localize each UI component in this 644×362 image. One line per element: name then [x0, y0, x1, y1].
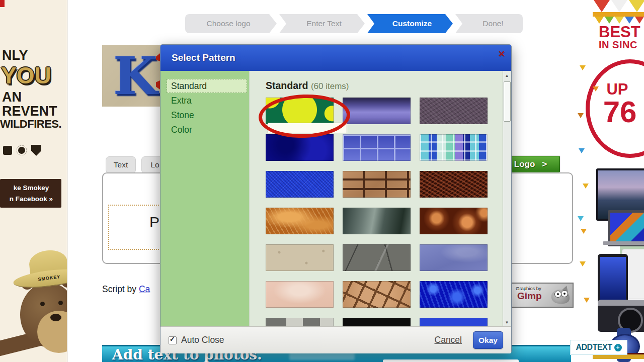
pattern-purple-sheen[interactable] [343, 98, 411, 124]
confetti [580, 261, 586, 266]
pattern-cell [420, 281, 488, 308]
product-laptop-base [603, 241, 644, 245]
ad-corner-decoration [0, 0, 5, 7]
pattern-cracked-mud[interactable] [343, 281, 411, 308]
okay-button[interactable]: Okay [473, 331, 503, 349]
tab-text[interactable]: Text [106, 156, 136, 173]
confetti [581, 229, 587, 234]
category-standard[interactable]: Standard [167, 79, 247, 93]
facebook-cta[interactable]: ke Smokey n Facebook » [0, 179, 61, 208]
dialog-title-bar: Select Pattern [160, 45, 511, 71]
pattern-cell [266, 208, 334, 234]
scrollbar-thumb[interactable] [504, 81, 511, 122]
scroll-up-icon[interactable]: ▲ [503, 71, 511, 79]
pattern-periwinkle-stone[interactable] [420, 244, 488, 271]
wizard-step-label: Customize [392, 19, 432, 28]
wizard-step-choose-logo[interactable]: Choose logo [185, 14, 277, 33]
wildfire-ad-line: REVENT [2, 104, 67, 118]
category-color[interactable]: Color [167, 123, 247, 137]
bunting-flag [594, 0, 610, 12]
gimp-mascot-eye [554, 291, 561, 298]
pattern-mauve-marble[interactable] [420, 98, 488, 124]
category-extra[interactable]: Extra [167, 94, 247, 108]
pattern-partial-blue[interactable] [420, 318, 488, 326]
page: NLYYOUANREVENTWILDFIRES. ke Smokey n Fac… [0, 0, 644, 362]
pattern-royal-blue-noise[interactable] [266, 171, 334, 198]
left-ad-banner[interactable]: NLYYOUANREVENTWILDFIRES. ke Smokey n Fac… [0, 0, 67, 362]
pattern-cell [266, 244, 334, 271]
addtext-logo[interactable]: ADDTEXT + [570, 340, 627, 355]
product-camera [598, 300, 644, 332]
content-category-count: (60 items) [311, 81, 349, 91]
bunting-flag [625, 17, 634, 24]
banner-blurred-text [289, 352, 355, 360]
chevron-right-icon: > [542, 159, 547, 169]
smokey-eye [40, 302, 45, 306]
plus-circle-icon: + [614, 344, 622, 351]
content-category-name: Standard [266, 80, 308, 91]
wizard-steps: Choose logoEnter TextCustomizeDone! [185, 14, 523, 33]
pattern-cell [343, 244, 411, 271]
pattern-orange-marble[interactable] [266, 208, 334, 234]
scrollbar[interactable]: ▲ ▼ [503, 71, 511, 326]
pattern-cell [266, 318, 334, 326]
wizard-step-done[interactable]: Done! [455, 14, 523, 33]
right-ad-headline-line1: BEST [599, 24, 640, 40]
pattern-cell [343, 208, 411, 234]
pattern-cell [266, 134, 334, 161]
ad-sponsor-logos [3, 145, 41, 156]
confetti [580, 65, 586, 70]
discount-badge-line2: 76 [590, 99, 644, 126]
pattern-partial-black[interactable] [343, 318, 411, 326]
wizard-step-label: Enter Text [306, 19, 342, 28]
pattern-pastel-mosaic[interactable] [420, 134, 488, 161]
close-icon[interactable]: ✕ [498, 49, 505, 59]
cancel-link[interactable]: Cancel [435, 335, 462, 345]
wizard-step-customize[interactable]: Customize [367, 14, 453, 33]
pattern-blue-water[interactable] [420, 281, 488, 308]
script-credit-link[interactable]: Ca [139, 284, 150, 294]
pattern-cell [420, 171, 488, 198]
pattern-beige-stone[interactable] [266, 244, 334, 271]
pattern-copper-swirls[interactable] [420, 208, 488, 234]
forest-service-shield-icon [31, 145, 41, 156]
scroll-down-icon[interactable]: ▼ [503, 318, 511, 326]
pattern-partial-grey[interactable] [266, 318, 334, 326]
pattern-cell [420, 208, 488, 234]
wildfire-ad-line: YOU [1, 63, 67, 87]
pattern-cell [266, 171, 334, 198]
sponsor-square-icon [3, 146, 12, 155]
gimp-badge[interactable]: Graphics by Gimp [511, 283, 574, 308]
bunting-flag [615, 17, 624, 24]
product-phone [598, 254, 628, 306]
right-ad-banner[interactable]: BEST IN SINC UP 76 [574, 0, 644, 362]
banner-button-partial [383, 359, 519, 362]
pattern-green-yellow-blob[interactable] [266, 98, 334, 124]
pattern-cell [343, 134, 411, 161]
bunting-flag [629, 0, 644, 12]
smokey-eye [58, 301, 63, 305]
pattern-cell [420, 244, 488, 271]
script-credit-text: Script by [102, 284, 136, 294]
bunting-flag [611, 0, 627, 12]
pattern-blue-grid-tiles[interactable] [343, 134, 411, 161]
next-logo-button-label: Logo [514, 159, 535, 169]
facebook-cta-line2: n Facebook » [2, 194, 60, 205]
auto-close-checkbox[interactable] [169, 336, 177, 344]
dialog-body: StandardExtraStoneColor Standard (60 ite… [160, 71, 511, 326]
pattern-cell [266, 281, 334, 308]
wildfire-ad-line: WILDFIRES. [0, 118, 67, 130]
pattern-navy-clouds[interactable] [266, 134, 334, 161]
wizard-step-enter-text[interactable]: Enter Text [279, 14, 365, 33]
pattern-content-header: Standard (60 items) [266, 80, 511, 92]
category-stone[interactable]: Stone [167, 108, 247, 122]
confetti [578, 216, 584, 221]
wildfire-ad-text: NLYYOUANREVENTWILDFIRES. [2, 48, 67, 130]
confetti [579, 148, 585, 153]
pattern-teal-stone[interactable] [343, 208, 411, 234]
pattern-pink-sand[interactable] [266, 281, 334, 308]
pattern-brick-wall[interactable] [343, 171, 411, 198]
pattern-grey-slate[interactable] [343, 244, 411, 271]
pattern-dark-ember[interactable] [420, 171, 488, 198]
confetti [583, 184, 589, 189]
